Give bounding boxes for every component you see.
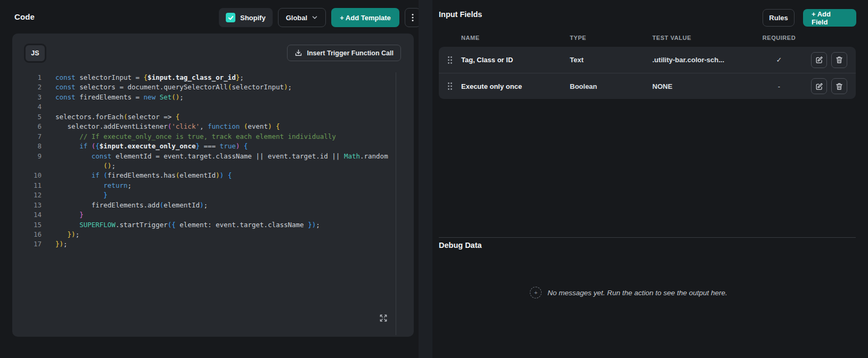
code-line[interactable]: 1const selectorInput = {$input.tag_class…: [12, 73, 392, 82]
insert-trigger-button[interactable]: Insert Trigger Function Call: [287, 45, 401, 61]
code-text: if ({$input.execute_only_once} === true)…: [55, 141, 248, 151]
rules-label: Rules: [769, 14, 788, 22]
add-field-button[interactable]: + Add Field: [803, 9, 856, 27]
scope-dropdown[interactable]: Global: [278, 8, 326, 27]
language-badge-label: JS: [31, 49, 39, 57]
code-text: }: [55, 210, 84, 220]
code-line[interactable]: 10 if (firedElements.has(elementId)) {: [12, 171, 392, 180]
code-lines[interactable]: 1const selectorInput = {$input.tag_class…: [12, 73, 392, 249]
code-text: const selectors = document.querySelector…: [55, 82, 292, 92]
shopify-label: Shopify: [240, 14, 266, 22]
field-type: Boolean: [570, 82, 652, 90]
drag-handle-icon[interactable]: [447, 56, 461, 64]
code-line[interactable]: 5selectors.forEach(selector => {: [12, 112, 392, 122]
line-number: 9: [12, 152, 42, 161]
code-text: return;: [55, 181, 132, 190]
code-editor-panel: JS Insert Trigger Function Call 1const s…: [12, 34, 414, 337]
code-line[interactable]: 4: [12, 102, 392, 112]
field-required: ✓: [754, 56, 805, 64]
line-number: 11: [12, 181, 42, 190]
shopify-checkbox[interactable]: Shopify: [219, 8, 273, 27]
code-text: });: [55, 239, 68, 249]
edit-pencil-icon: [815, 82, 823, 90]
fields-toolbar: Rules + Add Field: [763, 9, 856, 27]
sparkle-dotted-icon: +: [530, 287, 542, 298]
field-row[interactable]: Execute only onceBooleanNONE-: [439, 73, 856, 99]
page-title: Code: [14, 12, 35, 21]
code-text: // If execute_only_once is true, track e…: [55, 132, 336, 141]
code-text: }: [55, 190, 108, 200]
code-line[interactable]: 14 }: [12, 210, 392, 220]
edit-field-button[interactable]: [811, 52, 827, 68]
panel-divider-gutter: [419, 0, 432, 358]
debug-empty-message: No messages yet. Run the action to see t…: [547, 289, 727, 297]
line-number: 3: [12, 93, 42, 102]
code-line[interactable]: ();: [12, 161, 392, 171]
code-line[interactable]: 13 firedElements.add(elementId);: [12, 201, 392, 210]
field-row[interactable]: Tag, Class or IDText.utility-bar.color-s…: [439, 47, 856, 73]
line-number: [12, 161, 42, 171]
code-text: });: [55, 230, 79, 239]
column-header-test-value: TEST VALUE: [652, 35, 754, 41]
check-icon[interactable]: [226, 13, 235, 22]
trash-icon: [836, 56, 843, 64]
code-toolbar: Shopify Global + Add Template: [219, 8, 421, 27]
insert-download-icon: [294, 49, 302, 57]
code-line[interactable]: 8 if ({$input.execute_only_once} === tru…: [12, 141, 392, 151]
delete-field-button[interactable]: [831, 78, 847, 94]
code-line[interactable]: 16 });: [12, 230, 392, 239]
debug-section-divider: [439, 237, 856, 238]
editor-scrollbar-track[interactable]: [396, 72, 396, 335]
language-badge: JS: [24, 44, 46, 63]
code-line[interactable]: 11 return;: [12, 181, 392, 190]
line-number: 2: [12, 82, 42, 92]
code-text: selector.addEventListener('click', funct…: [55, 122, 280, 131]
debug-empty-state: + No messages yet. Run the action to see…: [420, 287, 837, 298]
line-number: 4: [12, 102, 42, 112]
trash-icon: [836, 82, 843, 90]
edit-field-button[interactable]: [811, 78, 827, 94]
line-number: 16: [12, 230, 42, 239]
add-template-button[interactable]: + Add Template: [331, 8, 399, 27]
line-number: 10: [12, 171, 42, 180]
code-text: firedElements.add(elementId);: [55, 201, 208, 210]
fullscreen-expand-icon[interactable]: [379, 314, 388, 322]
line-number: 7: [12, 132, 42, 141]
debug-data-title: Debug Data: [439, 241, 482, 249]
field-required: -: [754, 82, 805, 90]
column-header-name: NAME: [461, 35, 570, 41]
line-number: 5: [12, 112, 42, 122]
drag-handle-icon[interactable]: [447, 82, 461, 90]
input-fields-title: Input Fields: [439, 10, 482, 19]
line-number: 8: [12, 141, 42, 151]
line-number: 17: [12, 239, 42, 249]
field-name: Tag, Class or ID: [461, 56, 570, 64]
line-number: 1: [12, 73, 42, 82]
add-template-label: + Add Template: [340, 14, 391, 22]
code-text: if (firedElements.has(elementId)) {: [55, 171, 232, 180]
code-line[interactable]: 9 const elementId = event.target.classNa…: [12, 152, 392, 161]
code-text: ();: [55, 161, 116, 171]
line-number: 13: [12, 201, 42, 210]
code-line[interactable]: 17});: [12, 239, 392, 249]
column-header-type: TYPE: [570, 35, 652, 41]
column-header-required: REQUIRED: [754, 35, 805, 41]
code-line[interactable]: 12 }: [12, 190, 392, 200]
code-line[interactable]: 6 selector.addEventListener('click', fun…: [12, 122, 392, 131]
rules-button[interactable]: Rules: [763, 9, 795, 27]
line-number: 6: [12, 122, 42, 131]
code-line[interactable]: 3const firedElements = new Set();: [12, 93, 392, 102]
fields-table-header: NAME TYPE TEST VALUE REQUIRED: [439, 33, 856, 43]
line-number: 15: [12, 220, 42, 230]
add-field-label: + Add Field: [812, 10, 848, 26]
fields-table: Tag, Class or IDText.utility-bar.color-s…: [439, 47, 856, 99]
code-line[interactable]: 7 // If execute_only_once is true, track…: [12, 132, 392, 141]
chevron-down-icon: [312, 14, 318, 21]
code-text: selectors.forEach(selector => {: [55, 112, 179, 122]
code-line[interactable]: 2const selectors = document.querySelecto…: [12, 82, 392, 92]
delete-field-button[interactable]: [831, 52, 847, 68]
code-line[interactable]: 15 SUPERFLOW.startTrigger({ element: eve…: [12, 220, 392, 230]
field-name: Execute only once: [461, 82, 570, 90]
code-text: const selectorInput = {$input.tag_class_…: [55, 73, 244, 82]
insert-trigger-label: Insert Trigger Function Call: [307, 49, 394, 57]
